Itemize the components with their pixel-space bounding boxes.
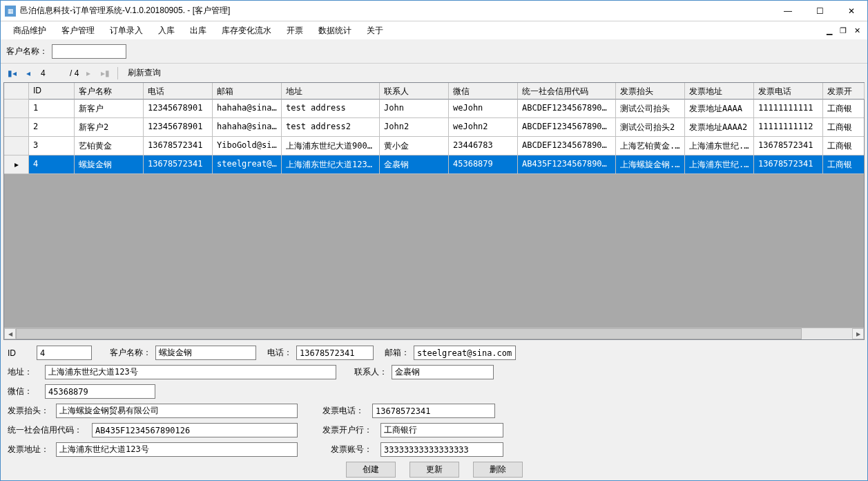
table-cell[interactable]: 上海浦东世纪大道900号 [282,137,380,155]
invhead-field[interactable] [56,404,298,418]
col-email[interactable]: 邮箱 [213,83,282,100]
table-cell[interactable]: 1 [29,100,75,118]
table-cell[interactable]: steelgreat@s... [213,155,282,174]
scroll-thumb[interactable] [16,328,802,339]
table-cell[interactable]: weJohn [449,100,518,118]
email-field[interactable] [414,346,516,360]
menu-stockin[interactable]: 入库 [151,23,182,39]
col-invtel[interactable]: 发票电话 [754,83,823,100]
close-button[interactable]: ✕ [836,1,867,21]
search-input[interactable] [52,44,126,59]
table-cell[interactable]: 上海浦东世纪... [685,137,754,155]
table-cell[interactable]: 上海艺铂黄金... [616,137,685,155]
table-cell[interactable]: 11111111112 [754,118,823,137]
table-cell[interactable]: John [380,100,449,118]
mdi-close-button[interactable]: ✕ [851,25,863,36]
table-cell[interactable]: 上海螺旋金钢... [616,155,685,174]
table-cell[interactable]: 测试公司抬头 [616,100,685,118]
table-cell[interactable]: hahaha@sina.com [213,118,282,137]
update-button[interactable]: 更新 [409,462,459,478]
table-cell[interactable]: 新客户 [75,100,144,118]
col-invaddr[interactable]: 发票地址 [685,83,754,100]
col-invhead[interactable]: 发票抬头 [616,83,685,100]
table-cell[interactable]: 45368879 [449,155,518,174]
table-cell[interactable]: ABCDEF1234567890126 [518,137,616,155]
minimize-button[interactable]: — [772,1,804,21]
nav-prev-button[interactable]: ◂ [21,66,35,80]
table-cell[interactable]: 4 [29,155,75,174]
acct-field[interactable] [380,442,503,457]
titlebar[interactable]: ▦ 邑泊信息科技-订单管理系统-V.1.0.20180905. - [客户管理]… [1,1,867,21]
mdi-restore-button[interactable]: ❐ [837,25,849,36]
nav-next-button[interactable]: ▸ [81,66,95,80]
row-marker[interactable] [4,100,29,118]
table-cell[interactable]: 13678572341 [754,155,823,174]
menu-stockflow[interactable]: 库存变化流水 [215,23,278,39]
nav-last-button[interactable]: ▸▮ [98,66,112,80]
table-row[interactable]: ▸4螺旋金钢13678572341steelgreat@s...上海浦东世纪大道… [4,155,864,174]
name-field[interactable] [155,346,256,360]
row-marker[interactable] [4,137,29,155]
table-cell[interactable]: 上海浦东世纪大道123号 [282,155,380,174]
invtel-field[interactable] [372,404,495,418]
table-cell[interactable]: 工商银 [823,155,864,174]
table-row[interactable]: 3艺铂黄金13678572341YiboGold@sin...上海浦东世纪大道9… [4,137,864,155]
table-cell[interactable]: test address [282,100,380,118]
invaddr-field[interactable] [56,442,298,457]
table-cell[interactable]: 发票地址AAAA [685,100,754,118]
table-cell[interactable]: 12345678901 [144,118,213,137]
menu-stockout[interactable]: 出库 [183,23,213,39]
menu-about[interactable]: 关于 [360,23,390,39]
table-cell[interactable]: weJohn2 [449,118,518,137]
table-cell[interactable]: 艺铂黄金 [75,137,144,155]
delete-button[interactable]: 删除 [473,462,523,478]
table-cell[interactable]: 13678572341 [754,137,823,155]
col-addr[interactable]: 地址 [282,83,380,100]
menu-product[interactable]: 商品维护 [6,23,53,39]
table-cell[interactable]: 13678572341 [144,155,213,174]
table-cell[interactable]: hahaha@sina.com [213,100,282,118]
table-cell[interactable]: 3 [29,137,75,155]
row-marker-header[interactable] [4,83,29,100]
table-cell[interactable]: 2 [29,118,75,137]
mdi-minimize-button[interactable]: ▁ [823,25,836,36]
col-name[interactable]: 客户名称 [75,83,144,100]
menu-customer[interactable]: 客户管理 [55,23,102,39]
addr-field[interactable] [45,365,336,379]
menu-invoice[interactable]: 开票 [280,23,310,39]
table-cell[interactable]: AB435F1234567890126 [518,155,616,174]
table-cell[interactable]: 13678572341 [144,137,213,155]
row-marker[interactable] [4,118,29,137]
table-cell[interactable]: 工商银 [823,100,864,118]
table-row[interactable]: 2新客户212345678901hahaha@sina.comtest addr… [4,118,864,137]
col-tel[interactable]: 电话 [144,83,213,100]
maximize-button[interactable]: ☐ [804,1,836,21]
row-marker[interactable]: ▸ [4,155,29,174]
table-cell[interactable]: 新客户2 [75,118,144,137]
credit-field[interactable] [92,423,298,437]
bank-field[interactable] [380,423,503,437]
col-id[interactable]: ID [29,83,75,100]
refresh-button[interactable]: 刷新查询 [124,66,165,80]
table-row[interactable]: 1新客户12345678901hahaha@sina.comtest addre… [4,100,864,118]
nav-first-button[interactable]: ▮◂ [5,66,19,80]
table-cell[interactable]: 12345678901 [144,100,213,118]
table-cell[interactable]: 工商银 [823,118,864,137]
table-cell[interactable]: ABCDEF1234567890112 [518,118,616,137]
nav-page-input[interactable] [38,67,67,79]
tel-field[interactable] [296,346,374,360]
table-cell[interactable]: 发票地址AAAA2 [685,118,754,137]
table-cell[interactable]: 螺旋金钢 [75,155,144,174]
wechat-field[interactable] [45,384,155,399]
table-cell[interactable]: 上海浦东世纪... [685,155,754,174]
table-cell[interactable]: 23446783 [449,137,518,155]
create-button[interactable]: 创建 [346,462,396,478]
table-cell[interactable]: 金裹钢 [380,155,449,174]
col-credit[interactable]: 统一社会信用代码 [518,83,616,100]
contact-field[interactable] [392,365,494,379]
table-cell[interactable]: 11111111111 [754,100,823,118]
col-contact[interactable]: 联系人 [380,83,449,100]
table-cell[interactable]: ABCDEF1234567890111 [518,100,616,118]
col-wechat[interactable]: 微信 [449,83,518,100]
scroll-track[interactable] [16,328,852,339]
